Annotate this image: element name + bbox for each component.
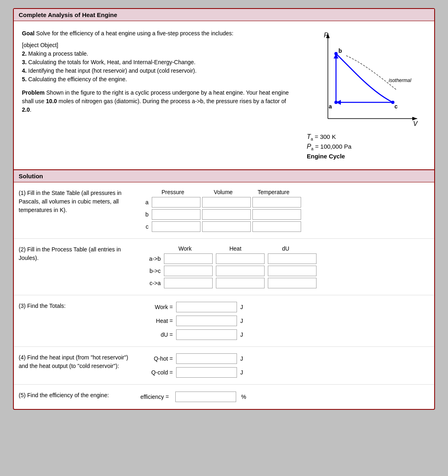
total-du-input[interactable] [176, 329, 237, 340]
step3-description: (3) Find the Totals: [14, 295, 136, 346]
step-2-bold: 2. [22, 50, 27, 57]
state-row-b-label: b [140, 211, 149, 218]
state-b-volume[interactable] [202, 209, 251, 220]
process-table: Work Heat dU a->b b->c [140, 245, 429, 288]
pressure-header: Pressure [149, 189, 197, 195]
step-2-text: Making a process table. [28, 50, 88, 57]
process-ca-heat[interactable] [216, 278, 265, 288]
efficiency-row: efficiency = % [140, 392, 429, 402]
q-hot-input[interactable] [176, 353, 237, 364]
process-ab-label: a->b [140, 255, 161, 262]
state-row-a: a [140, 197, 429, 208]
total-heat-input[interactable] [176, 316, 237, 326]
total-work-input[interactable] [176, 302, 237, 312]
step-3-text: Calculating the totals for Work, Heat, a… [28, 59, 196, 65]
q-cold-input[interactable] [176, 367, 237, 378]
step-5-text: Calculating the efficiency of the engine… [28, 76, 127, 82]
factor-end: . [30, 106, 31, 113]
process-ab-heat[interactable] [216, 253, 265, 264]
pv-diagram: P V [304, 29, 425, 131]
total-heat-label: Heat = [140, 318, 173, 324]
process-ca-du[interactable] [268, 278, 317, 288]
process-table-header: Work Heat dU [161, 245, 429, 252]
process-bc-du[interactable] [268, 266, 317, 276]
state-a-temperature[interactable] [252, 197, 301, 208]
state-b-temperature[interactable] [252, 209, 301, 220]
factor-value: 2.0 [22, 106, 30, 113]
step4-description: (4) Find the heat input (from "hot reser… [14, 347, 136, 384]
svg-text:b: b [338, 48, 342, 54]
step2-description: (2) Fill in the Process Table (all entri… [14, 239, 136, 295]
pa-line: Pa = 100,000 Pa [307, 143, 426, 151]
q-cold-label: Q-cold = [140, 369, 173, 376]
process-ab-work[interactable] [164, 253, 213, 264]
q-hot-label: Q-hot = [140, 355, 173, 362]
total-du-row: dU = J [140, 329, 429, 340]
goal-block: Goal Solve for the efficiency of a heat … [22, 29, 292, 84]
solution-header: Solution [14, 170, 434, 182]
moles-value: 10.0 [46, 98, 57, 104]
step2-row: (2) Fill in the Process Table (all entri… [14, 239, 434, 295]
svg-text:P: P [324, 32, 328, 39]
process-ca-work[interactable] [164, 278, 213, 288]
process-ab-du[interactable] [268, 253, 317, 264]
step2-inputs: Work Heat dU a->b b->c [136, 239, 434, 295]
total-work-label: Work = [140, 304, 173, 310]
ta-value: = 300 K [313, 133, 336, 140]
moles-text: moles of nitrogen gas (diatomic). During… [57, 98, 286, 104]
engine-cycle-text: Engine Cycle [307, 153, 345, 160]
problem-block: Problem Shown in the figure to the right… [22, 89, 292, 114]
ta-t-label: T [307, 133, 311, 140]
step1-inputs: Pressure Volume Temperature a b [136, 182, 434, 238]
step4-inputs: Q-hot = J Q-cold = J [136, 347, 434, 384]
svg-point-13 [391, 101, 394, 104]
state-b-pressure[interactable] [152, 209, 200, 220]
diagram-info: Ta = 300 K Pa = 100,000 Pa Engine Cycle [303, 133, 426, 161]
solution-rows: (1) Fill in the State Table (all pressur… [14, 182, 434, 409]
total-du-unit: J [240, 331, 243, 338]
q-cold-unit: J [240, 369, 243, 376]
total-heat-row: Heat = J [140, 316, 429, 326]
efficiency-input[interactable] [175, 392, 236, 402]
step4-text: (4) Find the heat input (from "hot reser… [19, 353, 131, 370]
problem-label: Problem [22, 89, 45, 96]
state-c-temperature[interactable] [252, 221, 301, 232]
step4-row: (4) Find the heat input (from "hot reser… [14, 347, 434, 385]
total-du-label: dU = [140, 331, 173, 338]
process-bc-label: b->c [140, 268, 161, 274]
state-a-volume[interactable] [202, 197, 251, 208]
step5-description: (5) Find the efficiency of the engine: [14, 385, 136, 409]
total-work-row: Work = J [140, 302, 429, 312]
state-c-volume[interactable] [202, 221, 251, 232]
step5-inputs: efficiency = % [136, 385, 434, 409]
volume-header: Volume [199, 189, 248, 195]
process-bc-work[interactable] [164, 266, 213, 276]
section-header-title: Complete Analysis of Heat Engine [14, 9, 434, 21]
step2-text: (2) Fill in the Process Table (all entri… [19, 245, 131, 262]
step1-description: (1) Fill in the State Table (all pressur… [14, 182, 136, 238]
step5-text: (5) Find the efficiency of the engine: [19, 391, 109, 400]
state-row-b: b [140, 209, 429, 220]
svg-point-9 [334, 52, 338, 55]
total-work-unit: J [240, 304, 243, 310]
step3-row: (3) Find the Totals: Work = J Heat = J [14, 295, 434, 347]
process-bc-heat[interactable] [216, 266, 265, 276]
totals-grid: Work = J Heat = J dU = J [140, 302, 429, 340]
problem-paragraph: Problem Shown in the figure to the right… [22, 89, 292, 114]
state-table-header: Pressure Volume Temperature [149, 189, 429, 195]
state-table: Pressure Volume Temperature a b [140, 189, 429, 232]
state-c-pressure[interactable] [152, 221, 200, 232]
svg-point-11 [334, 101, 338, 104]
q-cold-row: Q-cold = J [140, 367, 429, 378]
state-row-c-label: c [140, 223, 149, 230]
steps-paragraph: [object Object] 2. Making a process tabl… [22, 41, 292, 84]
page-title: Complete Analysis of Heat Engine [19, 11, 117, 18]
state-a-pressure[interactable] [152, 197, 200, 208]
step1-text: (1) Fill in the State Table (all pressur… [19, 189, 131, 214]
total-heat-unit: J [240, 318, 243, 324]
temperature-header: Temperature [249, 189, 298, 195]
ta-line: Ta = 300 K [307, 133, 426, 141]
step3-inputs: Work = J Heat = J dU = J [136, 295, 434, 346]
q-grid: Q-hot = J Q-cold = J [140, 353, 429, 378]
step-1-text: [object Object] [22, 42, 58, 48]
